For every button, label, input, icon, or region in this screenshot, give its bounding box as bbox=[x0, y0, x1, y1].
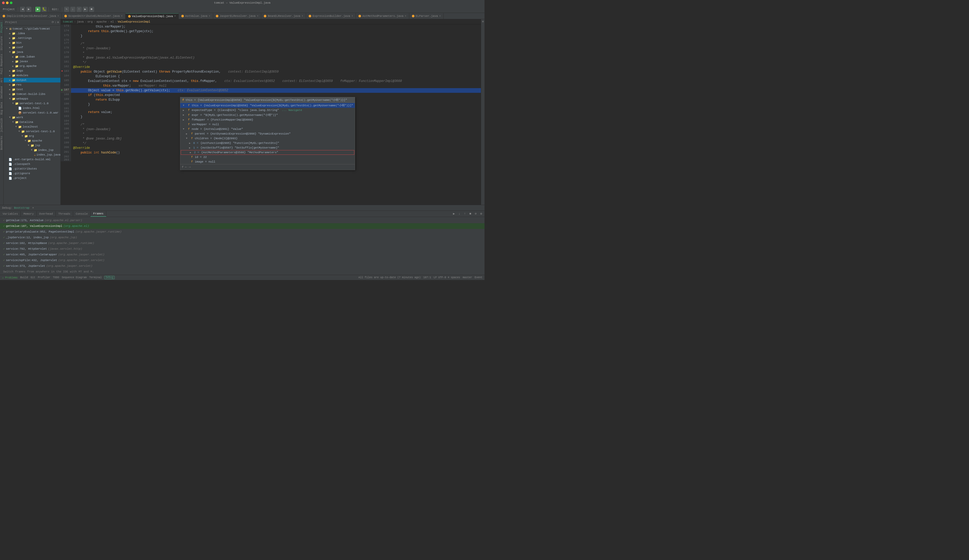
status-build[interactable]: Build bbox=[20, 276, 28, 279]
status-position[interactable]: 187:1 bbox=[423, 276, 431, 279]
line-content-181[interactable]: */ bbox=[71, 60, 481, 65]
tab-close-elparser[interactable]: × bbox=[439, 15, 441, 18]
line-content-179[interactable]: * bbox=[71, 51, 481, 55]
debug-label-close[interactable]: × bbox=[32, 206, 34, 209]
tree-item-servelet[interactable]: ▼ 📁 servelet-test-1.0 bbox=[3, 101, 60, 106]
popup-navigate-expectedType[interactable]: ... Navigate bbox=[282, 109, 302, 112]
popup-item-this[interactable]: ▼ f this = {ValueExpressionImpl@3658} "V… bbox=[180, 103, 355, 108]
breadcrumb-class[interactable]: ValueExpressionImpl bbox=[118, 20, 150, 23]
toolbar-step-out[interactable]: ↑ bbox=[77, 7, 82, 12]
popup-item-parent[interactable]: ▶ f parent = {AstDynamicExpression@2998}… bbox=[180, 131, 355, 136]
tree-item-idea[interactable]: ▶ 📁 .idea bbox=[3, 31, 60, 36]
popup-item-image[interactable]: f image = null bbox=[180, 160, 355, 164]
tree-item-settings[interactable]: ▶ 📁 .settings bbox=[3, 36, 60, 40]
bottom-toolbar-mute[interactable]: ⊘ bbox=[473, 211, 478, 216]
window-controls[interactable] bbox=[2, 2, 12, 4]
line-content-182[interactable]: @Override bbox=[71, 65, 481, 70]
vtab-art[interactable]: Art bbox=[0, 76, 3, 84]
sidebar-gear-btn[interactable]: ⚙ bbox=[57, 20, 59, 24]
toolbar-resume[interactable]: ▶ bbox=[83, 7, 88, 12]
popup-item-varMapper[interactable]: f varMapper = null bbox=[180, 122, 355, 127]
popup-item-child1[interactable]: ▶ 1 = {AstDotSuffix@3587} "DotSuffix[get… bbox=[180, 145, 355, 150]
popup-item-fnMapper[interactable]: ▶ f fnMapper = {FunctionMapperImpl@3660} bbox=[180, 118, 355, 122]
tree-item-index-jsp-java[interactable]: ☕ index_jsp.java bbox=[3, 153, 60, 157]
line-content-176[interactable] bbox=[71, 38, 481, 42]
popup-item-id[interactable]: f id = 22 bbox=[180, 155, 355, 160]
line-content-175[interactable]: } bbox=[71, 34, 481, 38]
line-content-178[interactable]: * (non-Javadoc) bbox=[71, 46, 481, 51]
tab-close-astmethod[interactable]: × bbox=[405, 15, 406, 18]
tab-close-implicit[interactable]: × bbox=[57, 15, 59, 18]
popup-item-child0[interactable]: ▶ 0 = {AstFunction@2995} "Function[MyEL:… bbox=[180, 141, 355, 145]
tree-item-test[interactable]: ▶ 📁 test bbox=[3, 87, 60, 92]
tab-close-bean[interactable]: × bbox=[301, 15, 303, 18]
close-button[interactable] bbox=[2, 2, 5, 4]
tree-item-javax[interactable]: ▶ 📁 javax bbox=[3, 59, 60, 64]
debug-popup[interactable]: f this = {ValueExpressionImpl@3658} "Val… bbox=[180, 97, 355, 170]
tree-item-localhost[interactable]: ▼ 📁 localhost bbox=[3, 125, 60, 129]
status-sequence[interactable]: Sequence Diagram bbox=[62, 276, 87, 279]
bottom-toolbar-resume[interactable]: ▶ bbox=[451, 211, 456, 216]
tree-item-war[interactable]: 📦 servelet-test-1.0.war bbox=[3, 110, 60, 115]
toolbar-project[interactable]: Project bbox=[2, 7, 16, 12]
line-content-184[interactable]: ELException { bbox=[71, 74, 481, 79]
bottom-tab-overhead[interactable]: Overhead bbox=[37, 211, 56, 216]
popup-item-node[interactable]: ▼ f node = {AstValue@2991} "Value" bbox=[180, 127, 355, 131]
toolbar-step-into[interactable]: ↓ bbox=[70, 7, 75, 12]
vtab-jclasslib[interactable]: jclasslib bbox=[0, 117, 3, 134]
toolbar-step-over[interactable]: ↷ bbox=[64, 7, 69, 12]
tree-item-gitignore[interactable]: 📄 .gitignore bbox=[3, 171, 60, 176]
frame-item-6[interactable]: ✓ service:495, JspServletWrapper (org.ap… bbox=[0, 252, 484, 258]
breadcrumb-tomcat[interactable]: tomcat bbox=[63, 20, 73, 23]
tree-item-java[interactable]: ▼ 📁 java bbox=[3, 50, 60, 55]
bottom-tab-memory[interactable]: Memory bbox=[21, 211, 37, 216]
frame-item-8[interactable]: ✓ service:373, JspServlet (org.apache.ja… bbox=[0, 263, 484, 269]
status-branch[interactable]: master bbox=[463, 276, 472, 279]
frame-item-2[interactable]: ✓ proprietaryEvaluate:952, PageContextIm… bbox=[0, 229, 484, 234]
tree-item-apache-work[interactable]: ▼ 📁 apache bbox=[3, 138, 60, 143]
line-content-174[interactable]: return this.getNode().getType(ctx); bbox=[71, 29, 481, 34]
frame-item-7[interactable]: ✓ serviceJspFile:432, JspServlet (org.ap… bbox=[0, 258, 484, 263]
tab-close-scoped[interactable]: × bbox=[121, 15, 123, 18]
status-terminal[interactable]: Terminal bbox=[89, 276, 102, 279]
frame-item-more[interactable]: Switch frames from anywhere in the IDE w… bbox=[0, 269, 484, 274]
bottom-toolbar-stop[interactable]: ■ bbox=[468, 211, 473, 216]
tree-item-orgapache[interactable]: ▶ 📁 org.apache bbox=[3, 64, 60, 68]
frame-item-0[interactable]: ✓ getValue:173, AstValue (org.apache.el.… bbox=[0, 218, 484, 223]
frames-content[interactable]: ✓ getValue:173, AstValue (org.apache.el.… bbox=[0, 217, 484, 275]
tree-item-bin[interactable]: ▶ 📁 bin bbox=[3, 40, 60, 45]
status-todo[interactable]: TODO bbox=[53, 276, 59, 279]
status-encoding[interactable]: LF UTF-8 4 spaces bbox=[434, 276, 460, 279]
sidebar-sort-btn[interactable]: ↕ bbox=[55, 21, 57, 24]
tree-item-res[interactable]: ▶ 📁 res bbox=[3, 83, 60, 87]
maximize-button[interactable] bbox=[10, 2, 12, 4]
status-debug-tab[interactable]: Debug bbox=[104, 276, 115, 279]
bottom-tab-frames[interactable]: Frames bbox=[90, 211, 107, 217]
status-profiler[interactable]: Profiler bbox=[38, 276, 50, 279]
vtab-pull-requests[interactable]: Pull Requests bbox=[0, 52, 3, 76]
popup-item-expr[interactable]: ▶ f expr = "${MyEL:getTestDto().getMyUse… bbox=[180, 113, 355, 118]
tree-item-webapps[interactable]: ▼ 📁 webapps bbox=[3, 96, 60, 101]
tree-item-servelet2[interactable]: ▼ 📁 servelet-test-1.0 bbox=[3, 129, 60, 134]
tree-item-work[interactable]: ▼ 📁 work bbox=[3, 115, 60, 120]
status-event[interactable]: Event bbox=[475, 276, 483, 279]
line-content-177[interactable]: /* bbox=[71, 42, 481, 46]
popup-nav-back[interactable]: ← bbox=[185, 165, 187, 169]
breadcrumb-org[interactable]: org bbox=[87, 20, 93, 23]
tree-item-tomcatbuild[interactable]: ▶ 📁 tomcat-build-libs bbox=[3, 92, 60, 96]
toolbar-back-btn[interactable]: ◀ bbox=[20, 7, 25, 12]
tree-item-project[interactable]: 📄 .project bbox=[3, 176, 60, 180]
tab-close-valueexpr[interactable]: × bbox=[174, 15, 176, 18]
tab-close-exprbuilder[interactable]: × bbox=[351, 15, 353, 18]
toolbar-run-btn[interactable]: ▶ bbox=[35, 7, 40, 12]
line-content-187[interactable]: Object value = this.getNode().getValue(c… bbox=[71, 88, 481, 93]
line-content-173[interactable]: this.varMapper); bbox=[71, 24, 481, 29]
sidebar-sync-btn[interactable]: ⟳ bbox=[52, 20, 54, 24]
line-content-183[interactable]: public Object getValue(ELContext context… bbox=[71, 70, 481, 74]
tab-jasper[interactable]: JasperELResolver.java × bbox=[213, 13, 261, 19]
right-vtab-1[interactable]: ⊕ bbox=[481, 19, 484, 24]
status-problems[interactable]: ⚠ Problems bbox=[2, 276, 18, 279]
frame-item-4[interactable]: ✓ service:102, HttpJspBase (org.apache.j… bbox=[0, 240, 484, 246]
tree-item-ant[interactable]: 📄 .ant-targets-build.xml bbox=[3, 157, 60, 162]
tree-item-comluban[interactable]: ▶ 📁 com.luban bbox=[3, 55, 60, 59]
